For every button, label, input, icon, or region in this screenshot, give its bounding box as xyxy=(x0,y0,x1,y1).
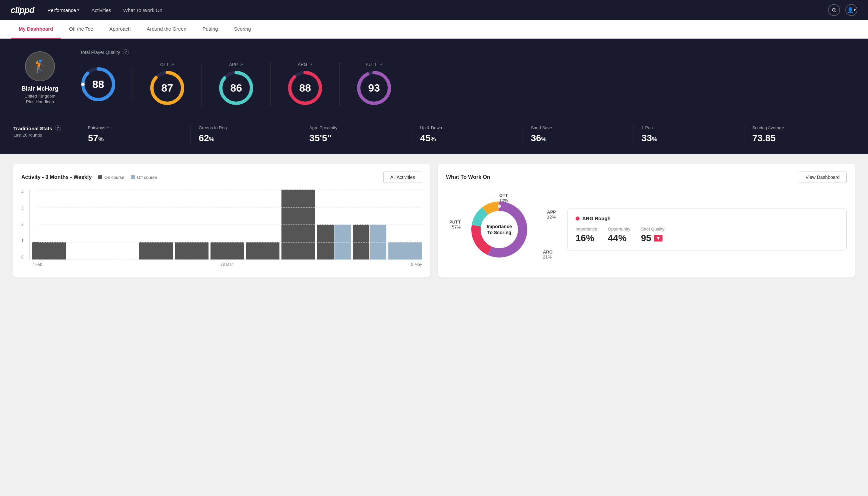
detail-metric-shot-quality-row: 95 ▼ xyxy=(641,233,664,244)
putt-label: PUTT ↗ xyxy=(366,62,382,67)
player-country: United Kingdom xyxy=(25,94,56,98)
work-on-card: What To Work On View Dashboard OTT 10% A… xyxy=(438,164,855,278)
header: clippd Performance ▾ Activities What To … xyxy=(0,0,868,20)
stat-scoring-avg-label: Scoring Average xyxy=(753,125,784,130)
avatar-emoji: 🏌️ xyxy=(33,59,48,73)
stat-1-putt-number: 33 xyxy=(642,133,652,143)
stat-fairways-hit-label: Fairways Hit xyxy=(88,125,112,130)
detail-metric-importance-value: 16% xyxy=(575,233,597,244)
nav-what-to-work-on[interactable]: What To Work On xyxy=(123,7,162,13)
ring-putt: 93 xyxy=(356,69,392,106)
stat-app-proximity-number: 35'5" xyxy=(310,133,332,143)
stats-subtitle: Last 20 rounds xyxy=(13,133,80,138)
stat-sand-save-label: Sand Save xyxy=(531,125,552,130)
stats-row: Traditional Stats ? Last 20 rounds Fairw… xyxy=(0,117,868,154)
detail-metric-opportunity-value: 44% xyxy=(608,233,630,244)
info-icon[interactable]: ? xyxy=(123,49,129,55)
stats-info-icon[interactable]: ? xyxy=(55,125,61,131)
stat-1-putt-label: 1 Putt xyxy=(642,125,653,130)
arg-trend-icon: ↗ xyxy=(309,62,312,67)
tab-putting[interactable]: Putting xyxy=(194,20,226,38)
tab-scoring[interactable]: Scoring xyxy=(226,20,259,38)
add-button[interactable]: ⊕ xyxy=(828,4,840,16)
stat-app-proximity-label: App. Proximity xyxy=(310,125,337,130)
stat-app-proximity-value: 35'5" xyxy=(310,133,332,143)
nav-activities[interactable]: Activities xyxy=(91,7,111,13)
player-name: Blair McHarg xyxy=(21,85,58,92)
user-menu-button[interactable]: 👤 ▾ xyxy=(845,4,857,16)
down-flag-icon: ▼ xyxy=(654,235,662,242)
detail-metric-shot-quality-label: Shot Quality xyxy=(641,227,664,232)
app-label-text: APP xyxy=(229,62,238,67)
stat-greens-in-reg-number: 62 xyxy=(199,133,209,143)
chart-x-labels: 7 Feb 28 Mar 9 May xyxy=(29,262,422,267)
work-on-card-title: What To Work On xyxy=(446,174,490,180)
putt-donut-label: PUTT 57% xyxy=(449,219,461,230)
stat-up-and-down-label: Up & Down xyxy=(420,125,442,130)
stat-greens-in-reg: Greens In Reg 62% xyxy=(190,125,301,143)
activity-card-title: Activity - 3 Months - Weekly xyxy=(21,174,92,180)
tabs: My Dashboard Off the Tee Approach Around… xyxy=(0,20,868,38)
legend-off-course-dot xyxy=(131,175,135,179)
score-card-ott: OTT ↗ 87 xyxy=(133,62,202,106)
stats-title: Traditional Stats ? xyxy=(13,125,80,131)
stat-scoring-avg-number: 73.85 xyxy=(753,133,776,143)
grid-line-3 xyxy=(39,207,422,207)
player-info: 🏌️ Blair McHarg United Kingdom Plus Hand… xyxy=(13,51,67,104)
nav-activities-label: Activities xyxy=(91,7,111,13)
tab-off-the-tee-label: Off the Tee xyxy=(69,26,93,32)
legend-on-course-dot xyxy=(98,175,102,179)
player-handicap: Plus Handicap xyxy=(26,99,54,104)
tab-approach[interactable]: Approach xyxy=(101,20,139,38)
grid-line-1 xyxy=(39,242,422,243)
putt-label-text: PUTT xyxy=(366,62,377,67)
legend-off-course-label: Off course xyxy=(137,175,157,180)
ott-label: OTT ↗ xyxy=(160,62,174,67)
putt-trend-icon: ↗ xyxy=(379,62,382,67)
donut-svg-wrapper: Importance To Scoring xyxy=(466,196,533,264)
logo[interactable]: clippd xyxy=(11,5,34,15)
tab-my-dashboard-label: My Dashboard xyxy=(19,26,53,32)
stat-greens-in-reg-label: Greens In Reg xyxy=(199,125,227,130)
app-donut-label-name: APP xyxy=(547,210,556,215)
grid-line-0 xyxy=(39,260,422,260)
header-right: ⊕ 👤 ▾ xyxy=(828,4,857,16)
stat-up-and-down-number: 45 xyxy=(420,133,430,143)
view-dashboard-button[interactable]: View Dashboard xyxy=(799,172,847,183)
svg-point-14 xyxy=(357,86,360,90)
quality-label: Total Player Quality ? xyxy=(80,49,855,55)
x-label-mar: 28 Mar xyxy=(221,262,233,267)
svg-point-11 xyxy=(288,86,291,90)
detail-card-title: ARG Rough xyxy=(575,216,838,221)
chevron-down-icon: ▾ xyxy=(77,7,79,12)
tab-off-the-tee[interactable]: Off the Tee xyxy=(61,20,101,38)
stat-scoring-avg: Scoring Average 73.85 xyxy=(744,125,855,143)
score-card-putt: PUTT ↗ 93 xyxy=(340,62,408,106)
all-activities-button[interactable]: All Activities xyxy=(383,172,422,183)
donut-section: OTT 10% APP 12% ARG 21% PUTT 57% xyxy=(446,189,559,269)
avatar: 🏌️ xyxy=(25,51,55,81)
ring-arg: 88 xyxy=(287,69,323,106)
legend-off-course: Off course xyxy=(131,175,157,180)
score-app-value: 86 xyxy=(230,82,242,94)
stats-title-text: Traditional Stats xyxy=(13,126,52,131)
work-on-body: OTT 10% APP 12% ARG 21% PUTT 57% xyxy=(446,189,847,269)
legend-on-course: On course xyxy=(98,175,124,180)
app-trend-icon: ↗ xyxy=(240,62,243,67)
detail-metric-shot-quality-value: 95 xyxy=(641,233,651,244)
tab-my-dashboard[interactable]: My Dashboard xyxy=(11,20,61,38)
ott-trend-icon: ↗ xyxy=(171,62,174,67)
detail-metric-opportunity-label: Opportunity xyxy=(608,227,630,232)
activity-legend: On course Off course xyxy=(98,175,157,180)
y-label-3: 3 xyxy=(21,206,23,211)
stat-1-putt-value: 33% xyxy=(642,133,657,143)
donut-chart: Importance To Scoring xyxy=(466,196,533,263)
hero-inner: 🏌️ Blair McHarg United Kingdom Plus Hand… xyxy=(13,49,855,106)
nav-performance[interactable]: Performance ▾ xyxy=(48,7,80,13)
tab-around-the-green[interactable]: Around the Green xyxy=(139,20,194,38)
nav-performance-label: Performance xyxy=(48,7,76,13)
ring-app: 86 xyxy=(218,69,254,106)
tab-putting-label: Putting xyxy=(203,26,218,32)
ott-label-text: OTT xyxy=(160,62,169,67)
stat-greens-in-reg-unit: % xyxy=(209,136,215,143)
